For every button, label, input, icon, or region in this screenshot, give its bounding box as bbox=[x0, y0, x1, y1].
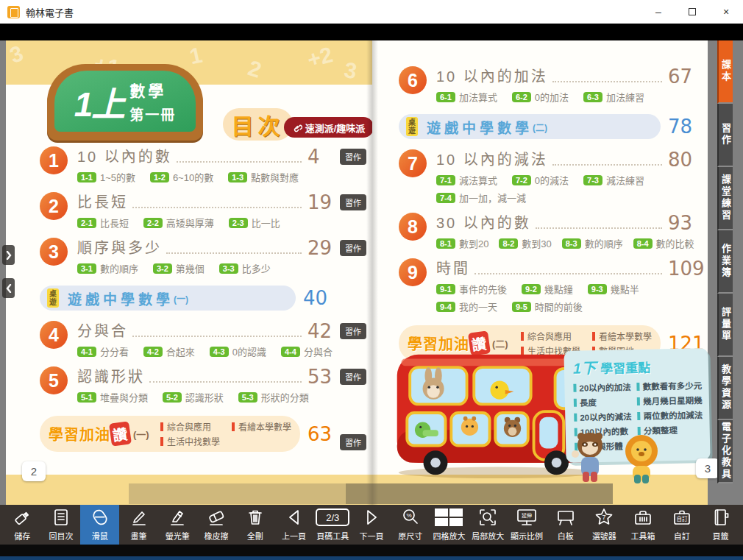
boardgame-page[interactable]: 40 bbox=[303, 287, 334, 309]
toc-subitem[interactable]: 9-1事件的先後 bbox=[436, 282, 507, 296]
chapter-number-badge[interactable]: 2 bbox=[40, 192, 68, 220]
toc-subitem[interactable]: 8-1數到20 bbox=[436, 236, 488, 250]
toc-subitem[interactable]: 4-1分分看 bbox=[77, 344, 129, 358]
minimize-button[interactable]: – bbox=[641, 0, 675, 24]
tool-whiteboard[interactable]: 白板 bbox=[546, 505, 585, 545]
toc-subitem[interactable]: 8-3數的順序 bbox=[562, 236, 623, 250]
tool-number-picker[interactable]: 7 選號器 bbox=[585, 505, 624, 545]
tool-save[interactable]: 儲存 bbox=[3, 505, 42, 545]
chapter-number-badge[interactable]: 1 bbox=[40, 146, 68, 174]
chapter-page[interactable]: 19 bbox=[307, 193, 338, 212]
workbook-badge[interactable]: 習作 bbox=[340, 369, 366, 385]
quick-test-link[interactable]: 速測派/趣味派 bbox=[284, 117, 374, 138]
boardgame-link[interactable]: 桌遊 遊戲中學數學 (一) bbox=[40, 286, 296, 311]
toc-subitem[interactable]: 9-4我的一天 bbox=[436, 300, 497, 313]
chapter-page[interactable]: 42 bbox=[307, 322, 338, 341]
toc-subitem[interactable]: 4-2合起來 bbox=[143, 344, 195, 358]
toc-subitem[interactable]: 7-20的減法 bbox=[512, 173, 569, 187]
chapter-title[interactable]: 順序與多少 bbox=[77, 236, 162, 258]
chapter-title[interactable]: 比長短 bbox=[77, 191, 128, 212]
page-indicator-value[interactable]: 2/3 bbox=[316, 508, 349, 526]
page-number-tab-left[interactable]: 2 bbox=[22, 461, 46, 481]
maximize-button[interactable] bbox=[675, 0, 709, 24]
toc-subitem[interactable]: 2-2高矮與厚薄 bbox=[143, 216, 214, 230]
toc-subitem[interactable]: 3-3比多少 bbox=[219, 261, 271, 275]
toc-subitem[interactable]: 7-3減法練習 bbox=[583, 173, 644, 187]
toc-subitem[interactable]: 6-3加法練習 bbox=[583, 90, 644, 104]
tool-next-page[interactable]: 下一頁 bbox=[352, 505, 391, 545]
chapter-title[interactable]: 認識形狀 bbox=[77, 365, 145, 386]
horizontal-scrollbar-thumb[interactable] bbox=[346, 483, 613, 504]
chapter-title[interactable]: 10 以內的減法 bbox=[436, 148, 548, 169]
tool-original-size[interactable]: % 原尺寸 bbox=[391, 505, 430, 545]
chapter-title[interactable]: 時間 bbox=[436, 257, 470, 278]
workbook-badge[interactable]: 習作 bbox=[340, 240, 366, 256]
chapter-number-badge[interactable]: 5 bbox=[40, 366, 68, 394]
sidebar-tab-homework-book[interactable]: 作業簿 bbox=[717, 230, 733, 294]
sidebar-tab-workbook[interactable]: 習作 bbox=[717, 104, 733, 167]
boost-page[interactable]: 63 bbox=[307, 423, 338, 445]
sidebar-tab-class-practice[interactable]: 課堂練習 bbox=[717, 167, 733, 230]
sidebar-tab-assessment[interactable]: 評量單 bbox=[717, 294, 733, 357]
study-boost-link[interactable]: 學習加油讚 (一) 綜合與應用 看繪本學數學 生活中找數學 bbox=[40, 416, 300, 452]
tool-eraser[interactable]: 橡皮擦 bbox=[197, 505, 236, 545]
sidebar-tab-textbook[interactable]: 課本 bbox=[717, 40, 733, 104]
tool-page-tabs[interactable]: 頁籤 bbox=[701, 505, 740, 545]
toc-subitem[interactable]: 4-4分與合 bbox=[281, 344, 333, 358]
tool-partial-zoom[interactable]: 局部放大 bbox=[469, 505, 508, 545]
tool-toolbox[interactable]: 工具箱 bbox=[624, 505, 663, 545]
sidebar-tab-teaching-resources[interactable]: 教學資源 bbox=[717, 357, 733, 420]
tool-back-to-toc[interactable]: 回目次 bbox=[42, 505, 81, 545]
boardgame-link[interactable]: 桌遊 遊戲中學數學 (二) bbox=[399, 114, 661, 139]
toc-subitem[interactable]: 8-2數到30 bbox=[499, 236, 551, 250]
toc-subitem[interactable]: 6-1加法算式 bbox=[436, 90, 497, 104]
chapter-page[interactable]: 80 bbox=[668, 150, 699, 169]
tool-page-indicator[interactable]: 2/3 頁碼工具 bbox=[313, 505, 352, 545]
workbook-badge[interactable]: 習作 bbox=[340, 149, 366, 165]
tool-four-grid-zoom[interactable]: 四格放大 bbox=[430, 505, 469, 545]
panel-expand-button[interactable] bbox=[2, 245, 15, 265]
chapter-number-badge[interactable]: 3 bbox=[40, 238, 68, 266]
toc-subitem[interactable]: 1-11~5的數 bbox=[77, 170, 135, 184]
horizontal-scrollbar-track[interactable] bbox=[129, 483, 613, 504]
toc-subitem[interactable]: 5-3形狀的分類 bbox=[238, 390, 309, 404]
tool-mouse[interactable]: 滑鼠 bbox=[80, 505, 119, 545]
chapter-number-badge[interactable]: 8 bbox=[399, 213, 427, 241]
toc-subitem[interactable]: 4-30的認識 bbox=[210, 344, 266, 358]
toc-subitem[interactable]: 5-2認識形狀 bbox=[163, 390, 224, 404]
tool-display-ratio[interactable]: 延伸 顯示比例 bbox=[508, 505, 547, 545]
chapter-title[interactable]: 10 以內的數 bbox=[77, 145, 172, 166]
chapter-number-badge[interactable]: 9 bbox=[399, 258, 427, 286]
chapter-number-badge[interactable]: 7 bbox=[399, 149, 427, 177]
toc-subitem[interactable]: 8-4數的比較 bbox=[633, 236, 694, 250]
chapter-page[interactable]: 53 bbox=[307, 367, 338, 386]
toc-subitem[interactable]: 9-3幾點半 bbox=[588, 282, 639, 296]
toc-subitem[interactable]: 2-3比一比 bbox=[229, 216, 280, 230]
chapter-page[interactable]: 4 bbox=[307, 147, 338, 166]
tool-custom[interactable]: 自訂 自訂 bbox=[662, 505, 701, 545]
toc-subitem[interactable]: 5-1堆疊與分類 bbox=[77, 390, 148, 404]
toc-subitem[interactable]: 1-26~10的數 bbox=[150, 170, 213, 184]
toc-subitem[interactable]: 3-2第幾個 bbox=[153, 261, 205, 275]
chapter-page[interactable]: 109 bbox=[668, 259, 699, 278]
tool-pen[interactable]: 畫筆 bbox=[119, 505, 158, 545]
chapter-title[interactable]: 10 以內的加法 bbox=[436, 65, 548, 86]
chapter-title[interactable]: 30 以內的數 bbox=[436, 211, 531, 233]
chapter-number-badge[interactable]: 4 bbox=[40, 321, 68, 349]
close-button[interactable]: × bbox=[709, 0, 743, 24]
toc-subitem[interactable]: 9-5時間的前後 bbox=[512, 300, 583, 313]
workbook-badge[interactable]: 習作 bbox=[340, 323, 366, 339]
toc-subitem[interactable]: 2-1比長短 bbox=[77, 216, 129, 230]
chapter-page[interactable]: 67 bbox=[668, 67, 699, 86]
chapter-number-badge[interactable]: 6 bbox=[399, 66, 427, 94]
sidebar-tab-digital-tools[interactable]: 電子化教具 bbox=[717, 420, 733, 483]
boardgame-page[interactable]: 78 bbox=[668, 116, 699, 138]
toc-subitem[interactable]: 3-1數的順序 bbox=[77, 261, 138, 275]
toc-subitem[interactable]: 6-20的加法 bbox=[512, 90, 569, 104]
chapter-title[interactable]: 分與合 bbox=[77, 319, 128, 341]
toc-subitem[interactable]: 9-2幾點鐘 bbox=[522, 282, 573, 296]
panel-collapse-button[interactable] bbox=[2, 278, 15, 298]
tool-delete-all[interactable]: 全刪 bbox=[235, 505, 274, 545]
toc-subitem[interactable]: 1-3點數與對應 bbox=[228, 170, 299, 184]
toc-subitem[interactable]: 7-1減法算式 bbox=[436, 173, 497, 187]
